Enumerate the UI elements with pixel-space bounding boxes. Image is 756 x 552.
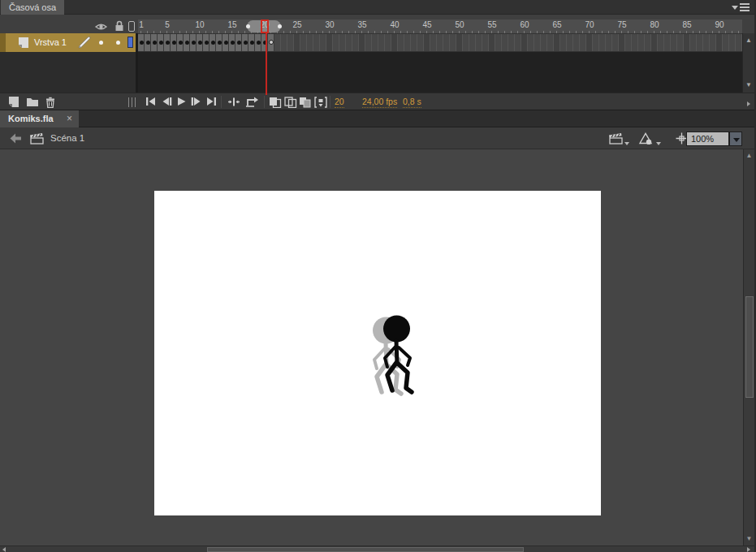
timeline-ruler[interactable]: 151015202530354045505560657075808590 bbox=[138, 19, 742, 33]
keyframe-cell[interactable] bbox=[151, 34, 158, 51]
empty-frame-cell[interactable] bbox=[287, 34, 294, 51]
onion-range-start-handle[interactable] bbox=[246, 24, 250, 28]
edit-scene-caret-icon[interactable] bbox=[624, 142, 629, 145]
go-to-last-frame-button[interactable] bbox=[205, 97, 218, 106]
empty-frame-cell[interactable] bbox=[554, 34, 560, 51]
back-arrow-button[interactable] bbox=[9, 133, 22, 144]
center-frame-button[interactable] bbox=[227, 97, 240, 107]
empty-frame-cell[interactable] bbox=[632, 34, 638, 51]
layer-row-vrstva1[interactable]: Vrstva 1 bbox=[0, 33, 138, 52]
empty-frame-cell[interactable] bbox=[677, 34, 684, 51]
stick-figure-drawing[interactable] bbox=[361, 304, 434, 398]
empty-frame-cell[interactable] bbox=[352, 34, 359, 51]
timeline-scroll-down-icon[interactable]: ▼ bbox=[743, 82, 754, 88]
step-back-one-frame-button[interactable] bbox=[161, 97, 173, 106]
empty-frame-cell[interactable] bbox=[515, 34, 521, 51]
onion-skin-outlines-button[interactable] bbox=[284, 97, 297, 108]
timeline-vertical-scrollbar[interactable]: ▲ ▼ bbox=[742, 33, 754, 93]
current-frame-value[interactable]: 20 bbox=[335, 97, 344, 108]
keyframe-cell[interactable] bbox=[248, 34, 255, 51]
play-button[interactable] bbox=[176, 97, 187, 106]
empty-frame-cell[interactable] bbox=[612, 34, 619, 51]
pasteboard[interactable] bbox=[0, 149, 743, 546]
empty-frame-cell[interactable] bbox=[716, 34, 723, 51]
empty-frame-cell[interactable] bbox=[339, 34, 346, 51]
edit-multiple-frames-button[interactable] bbox=[299, 97, 312, 108]
keyframe-cell[interactable] bbox=[216, 34, 222, 51]
tab-timeline[interactable]: Časová osa bbox=[1, 0, 64, 15]
empty-frame-cell[interactable] bbox=[684, 34, 690, 51]
edit-symbols-button[interactable] bbox=[638, 132, 654, 144]
edit-scene-button[interactable] bbox=[608, 132, 624, 144]
empty-frame-cell[interactable] bbox=[645, 34, 651, 51]
empty-frame-cell[interactable] bbox=[625, 34, 632, 51]
empty-frame-cell[interactable] bbox=[736, 34, 742, 51]
keyframe-cell[interactable] bbox=[190, 34, 197, 51]
empty-frame-cell[interactable] bbox=[469, 34, 476, 51]
empty-frame-cell[interactable] bbox=[560, 34, 567, 51]
empty-frame-cell[interactable] bbox=[476, 34, 482, 51]
layer-frames-row[interactable] bbox=[138, 33, 742, 52]
onion-skin-button[interactable] bbox=[269, 97, 282, 108]
empty-frame-cell[interactable] bbox=[385, 34, 391, 51]
empty-frame-cell[interactable] bbox=[404, 34, 411, 51]
empty-frame-cell[interactable] bbox=[664, 34, 671, 51]
stage-hscroll-thumb[interactable] bbox=[207, 547, 524, 552]
keyframe-cell[interactable] bbox=[197, 34, 203, 51]
empty-frame-cell[interactable] bbox=[424, 34, 430, 51]
delete-layer-trash-button[interactable] bbox=[45, 97, 56, 108]
layer-unlocked-dot[interactable] bbox=[116, 41, 120, 45]
stage-scroll-right-icon[interactable] bbox=[747, 547, 750, 552]
empty-frame-cell[interactable] bbox=[599, 34, 606, 51]
stage-scroll-up-icon[interactable]: ▲ bbox=[744, 153, 754, 159]
keyframe-cell[interactable] bbox=[158, 34, 164, 51]
close-tab-icon[interactable]: × bbox=[67, 110, 72, 127]
empty-frame-cell[interactable] bbox=[547, 34, 554, 51]
empty-frame-cell[interactable] bbox=[294, 34, 300, 51]
empty-frame-cell[interactable] bbox=[593, 34, 599, 51]
empty-frame-cell[interactable] bbox=[586, 34, 593, 51]
keyframe-cell[interactable] bbox=[242, 34, 248, 51]
empty-frame-cell[interactable] bbox=[274, 34, 281, 51]
new-folder-button[interactable] bbox=[26, 97, 39, 107]
empty-frame-cell[interactable] bbox=[580, 34, 586, 51]
empty-frame-cell[interactable] bbox=[703, 34, 710, 51]
empty-frame-cell[interactable] bbox=[606, 34, 612, 51]
stage-scroll-down-icon[interactable]: ▼ bbox=[744, 536, 754, 542]
tab-komiks-fla[interactable]: Komiks.fla × bbox=[0, 110, 79, 127]
empty-frame-cell[interactable] bbox=[300, 34, 307, 51]
empty-frame-cell[interactable] bbox=[417, 34, 424, 51]
empty-frame-cell[interactable] bbox=[508, 34, 515, 51]
empty-frame-cell[interactable] bbox=[411, 34, 417, 51]
empty-frame-cell[interactable] bbox=[697, 34, 703, 51]
new-layer-button[interactable] bbox=[7, 97, 19, 108]
keyframe-cell[interactable] bbox=[255, 34, 261, 51]
empty-frame-cell[interactable] bbox=[463, 34, 469, 51]
empty-frame-cell[interactable] bbox=[723, 34, 729, 51]
empty-frame-cell[interactable] bbox=[534, 34, 541, 51]
empty-frame-cell[interactable] bbox=[482, 34, 489, 51]
empty-frame-cell[interactable] bbox=[391, 34, 398, 51]
empty-frame-cell[interactable] bbox=[359, 34, 365, 51]
keyframe-cell[interactable] bbox=[203, 34, 210, 51]
empty-frame-cell[interactable] bbox=[729, 34, 736, 51]
keyframe-cell[interactable] bbox=[171, 34, 177, 51]
stage-horizontal-scrollbar[interactable] bbox=[0, 546, 756, 552]
stage-vertical-scrollbar[interactable]: ▲ ▼ bbox=[743, 149, 754, 546]
empty-frame-cell[interactable] bbox=[378, 34, 385, 51]
keyframe-cell[interactable] bbox=[210, 34, 216, 51]
edit-symbols-caret-icon[interactable] bbox=[656, 142, 661, 145]
keyframe-cell[interactable] bbox=[222, 34, 229, 51]
stage-scroll-left-icon[interactable] bbox=[2, 547, 6, 552]
empty-frame-cell[interactable] bbox=[443, 34, 450, 51]
empty-frame-cell[interactable] bbox=[326, 34, 333, 51]
stage-vscroll-thumb[interactable] bbox=[745, 296, 754, 398]
blank-keyframe-cell[interactable] bbox=[268, 34, 274, 51]
empty-frame-cell[interactable] bbox=[430, 34, 437, 51]
keyframe-cell[interactable] bbox=[164, 34, 171, 51]
layer-outline-swatch[interactable] bbox=[127, 37, 133, 48]
modify-markers-button[interactable] bbox=[314, 97, 327, 108]
lock-icon[interactable] bbox=[114, 20, 124, 32]
go-to-first-frame-button[interactable] bbox=[145, 97, 157, 106]
outline-column-icon[interactable] bbox=[128, 21, 135, 32]
